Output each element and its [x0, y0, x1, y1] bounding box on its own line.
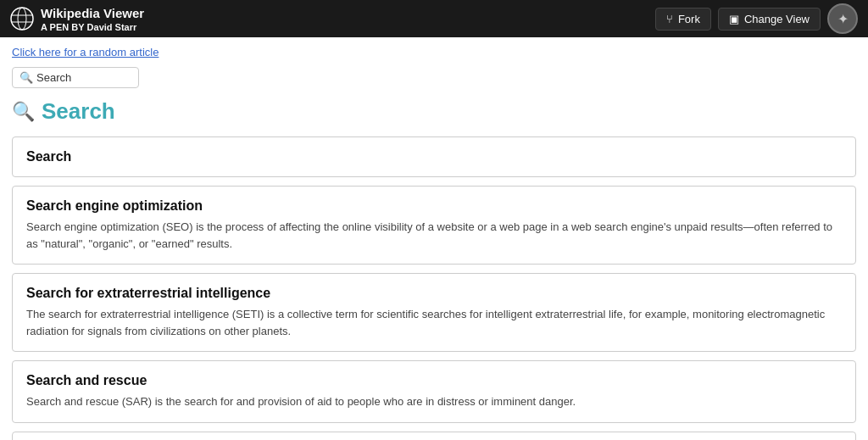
result-description: Search engine optimization (SEO) is the … — [26, 219, 842, 252]
random-article-link[interactable]: Click here for a random article — [12, 46, 856, 58]
wikipedia-logo-icon — [10, 7, 34, 31]
result-card[interactable]: Search for Malaysia Airlines Flight 370T… — [12, 432, 856, 441]
change-view-button[interactable]: ▣ Change View — [718, 8, 821, 31]
result-title: Search — [26, 149, 842, 164]
search-icon: 🔍 — [19, 71, 33, 84]
app-info: Wikipedia Viewer A PEN BY David Starr — [41, 6, 144, 32]
result-title: Search and rescue — [26, 373, 842, 388]
result-title: Search engine optimization — [26, 198, 842, 214]
result-title: Search for extraterrestrial intelligence — [26, 286, 842, 301]
result-description: The search for extraterrestrial intellig… — [26, 306, 842, 339]
app-title: Wikipedia Viewer — [41, 6, 144, 20]
search-input-wrapper: 🔍 — [12, 67, 139, 88]
pen-label: A PEN BY David Starr — [41, 22, 144, 32]
page-title: Search — [42, 98, 115, 125]
results-list: SearchSearch engine optimizationSearch e… — [12, 136, 856, 440]
search-input[interactable] — [36, 71, 131, 84]
change-view-icon: ▣ — [729, 13, 739, 25]
result-card[interactable]: Search engine optimizationSearch engine … — [12, 186, 856, 265]
svg-point-0 — [11, 8, 33, 30]
heading-icon: 🔍 — [12, 101, 35, 123]
main-content: Click here for a random article 🔍 🔍 Sear… — [0, 37, 868, 440]
result-card[interactable]: Search — [12, 136, 856, 177]
result-card[interactable]: Search and rescueSearch and rescue (SAR)… — [12, 360, 856, 423]
result-description: Search and rescue (SAR) is the search fo… — [26, 393, 842, 410]
user-avatar-button[interactable]: ✦ — [827, 3, 858, 34]
logo-area: Wikipedia Viewer A PEN BY David Starr — [10, 6, 655, 32]
page-heading: 🔍 Search — [12, 98, 856, 125]
fork-button[interactable]: ⑂ Fork — [655, 8, 711, 31]
fork-icon: ⑂ — [666, 13, 673, 25]
topbar: Wikipedia Viewer A PEN BY David Starr ⑂ … — [0, 0, 868, 37]
topbar-actions: ⑂ Fork ▣ Change View ✦ — [655, 3, 858, 34]
avatar-icon: ✦ — [837, 11, 849, 27]
result-card[interactable]: Search for extraterrestrial intelligence… — [12, 273, 856, 352]
svg-point-1 — [18, 8, 26, 30]
